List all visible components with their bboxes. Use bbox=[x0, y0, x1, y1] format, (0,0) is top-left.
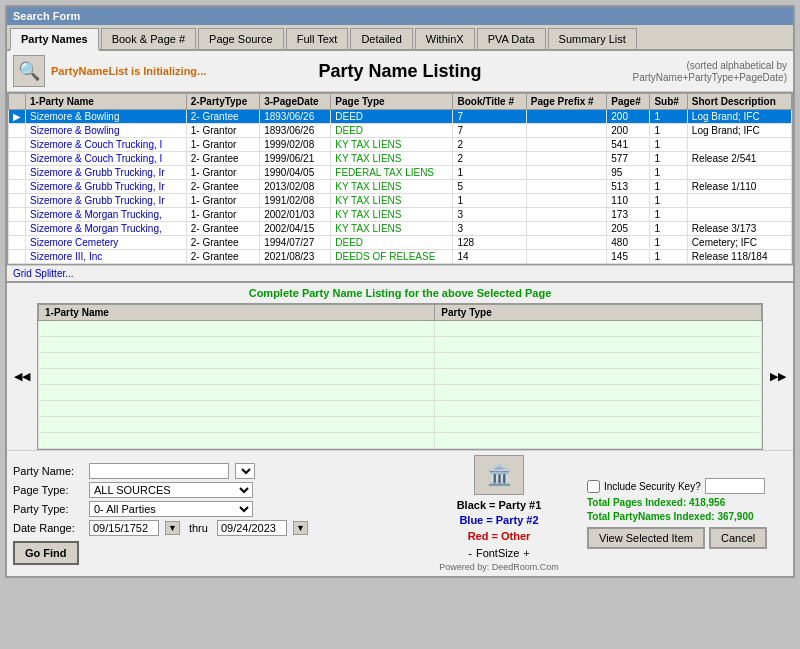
page-date-cell: 1893/06/26 bbox=[260, 110, 331, 124]
page-date-cell: 2013/02/08 bbox=[260, 180, 331, 194]
col-indicator bbox=[9, 94, 26, 110]
tab-bar: Party Names Book & Page # Page Source Fu… bbox=[7, 25, 793, 51]
desc-cell bbox=[687, 208, 791, 222]
bottom-type-cell bbox=[435, 353, 762, 369]
table-row[interactable]: Sizemore & Grubb Trucking, Ir 1- Grantor… bbox=[9, 166, 792, 180]
toolbar-icon: 🔍 bbox=[13, 55, 45, 87]
party-name-dropdown[interactable]: ▼ bbox=[235, 463, 255, 479]
security-key-input[interactable] bbox=[705, 478, 765, 494]
footer-left: Party Name: ▼ Page Type: ALL SOURCES Par… bbox=[13, 463, 411, 565]
bottom-name-cell bbox=[39, 353, 435, 369]
page-cell: 200 bbox=[607, 124, 650, 138]
bottom-table: 1-Party Name Party Type bbox=[38, 304, 762, 449]
party-type-select[interactable]: 0- All Parties bbox=[89, 501, 253, 517]
view-selected-button[interactable]: View Selected Item bbox=[587, 527, 705, 549]
legend-blue: Blue = Party #2 bbox=[457, 513, 542, 528]
page-type-cell: KY TAX LIENS bbox=[331, 208, 453, 222]
bottom-table-row bbox=[39, 337, 762, 353]
party-name-cell: Sizemore & Bowling bbox=[26, 124, 187, 138]
book-cell: 3 bbox=[453, 208, 526, 222]
col-party-type: 2-PartyType bbox=[186, 94, 259, 110]
prefix-cell bbox=[526, 180, 606, 194]
sub-cell: 1 bbox=[650, 110, 687, 124]
table-row[interactable]: Sizemore & Grubb Trucking, Ir 2- Grantee… bbox=[9, 180, 792, 194]
table-row[interactable]: Sizemore III, Inc 2- Grantee 2021/08/23 … bbox=[9, 250, 792, 264]
bottom-table-row bbox=[39, 401, 762, 417]
date-thru-input[interactable] bbox=[217, 520, 287, 536]
book-cell: 1 bbox=[453, 194, 526, 208]
prefix-cell bbox=[526, 152, 606, 166]
party-type-label: Party Type: bbox=[13, 503, 83, 515]
table-row[interactable]: ▶ Sizemore & Bowling 2- Grantee 1893/06/… bbox=[9, 110, 792, 124]
font-size-plus[interactable]: + bbox=[523, 547, 529, 559]
party-name-cell: Sizemore & Couch Trucking, I bbox=[26, 152, 187, 166]
bottom-name-cell bbox=[39, 401, 435, 417]
bottom-table-row bbox=[39, 369, 762, 385]
page-cell: 480 bbox=[607, 236, 650, 250]
table-row[interactable]: Sizemore & Morgan Trucking, 1- Grantor 2… bbox=[9, 208, 792, 222]
party-name-cell: Sizemore & Grubb Trucking, Ir bbox=[26, 194, 187, 208]
tab-withinx[interactable]: WithinX bbox=[415, 28, 475, 49]
footer-buttons: View Selected Item Cancel bbox=[587, 527, 787, 549]
date-thru-arrow[interactable]: ▼ bbox=[293, 521, 308, 535]
party-name-input[interactable] bbox=[89, 463, 229, 479]
desc-cell bbox=[687, 166, 791, 180]
grid-splitter[interactable]: Grid Splitter... bbox=[7, 265, 793, 281]
bottom-name-cell bbox=[39, 369, 435, 385]
bottom-name-cell bbox=[39, 385, 435, 401]
page-type-cell: KY TAX LIENS bbox=[331, 194, 453, 208]
font-size-minus[interactable]: - bbox=[468, 547, 472, 559]
book-cell: 7 bbox=[453, 110, 526, 124]
party-type-cell: 2- Grantee bbox=[186, 236, 259, 250]
page-date-cell: 1994/07/27 bbox=[260, 236, 331, 250]
tab-pva-data[interactable]: PVA Data bbox=[477, 28, 546, 49]
row-indicator bbox=[9, 166, 26, 180]
tab-book-page[interactable]: Book & Page # bbox=[101, 28, 196, 49]
book-cell: 3 bbox=[453, 222, 526, 236]
go-find-button[interactable]: Go Find bbox=[13, 541, 79, 565]
prefix-cell bbox=[526, 124, 606, 138]
table-row[interactable]: Sizemore & Couch Trucking, I 1- Grantor … bbox=[9, 138, 792, 152]
party-type-cell: 2- Grantee bbox=[186, 152, 259, 166]
table-row[interactable]: Sizemore & Couch Trucking, I 2- Grantee … bbox=[9, 152, 792, 166]
tab-detailed[interactable]: Detailed bbox=[350, 28, 412, 49]
page-cell: 541 bbox=[607, 138, 650, 152]
tab-summary-list[interactable]: Summary List bbox=[548, 28, 637, 49]
table-row[interactable]: Sizemore & Grubb Trucking, Ir 1- Grantor… bbox=[9, 194, 792, 208]
page-type-cell: KY TAX LIENS bbox=[331, 138, 453, 152]
prefix-cell bbox=[526, 138, 606, 152]
bottom-type-cell bbox=[435, 401, 762, 417]
prefix-cell bbox=[526, 222, 606, 236]
book-cell: 5 bbox=[453, 180, 526, 194]
date-from-arrow[interactable]: ▼ bbox=[165, 521, 180, 535]
security-checkbox[interactable] bbox=[587, 480, 600, 493]
bottom-right-nav[interactable]: ▶▶ bbox=[763, 303, 793, 450]
table-row[interactable]: Sizemore & Morgan Trucking, 2- Grantee 2… bbox=[9, 222, 792, 236]
bottom-panel-title: Complete Party Name Listing for the abov… bbox=[7, 283, 793, 303]
party-type-cell: 2- Grantee bbox=[186, 110, 259, 124]
page-type-select[interactable]: ALL SOURCES bbox=[89, 482, 253, 498]
main-window: Search Form Party Names Book & Page # Pa… bbox=[5, 5, 795, 578]
row-indicator bbox=[9, 236, 26, 250]
tab-party-names[interactable]: Party Names bbox=[10, 28, 99, 51]
bottom-table-row bbox=[39, 353, 762, 369]
legend-black: Black = Party #1 bbox=[457, 498, 542, 513]
legend-red: Red = Other bbox=[457, 529, 542, 544]
page-date-cell: 2002/01/03 bbox=[260, 208, 331, 222]
tab-full-text[interactable]: Full Text bbox=[286, 28, 349, 49]
table-row[interactable]: Sizemore Cemetery 2- Grantee 1994/07/27 … bbox=[9, 236, 792, 250]
date-from-input[interactable] bbox=[89, 520, 159, 536]
table-row[interactable]: Sizemore & Bowling 1- Grantor 1893/06/26… bbox=[9, 124, 792, 138]
date-thru-label: thru bbox=[189, 522, 208, 534]
desc-cell bbox=[687, 138, 791, 152]
sub-cell: 1 bbox=[650, 208, 687, 222]
prefix-cell bbox=[526, 110, 606, 124]
cancel-button[interactable]: Cancel bbox=[709, 527, 767, 549]
party-name-label: Party Name: bbox=[13, 465, 83, 477]
bottom-left-nav[interactable]: ◀◀ bbox=[7, 303, 37, 450]
page-date-cell: 1999/06/21 bbox=[260, 152, 331, 166]
page-date-cell: 1990/04/05 bbox=[260, 166, 331, 180]
tab-page-source[interactable]: Page Source bbox=[198, 28, 284, 49]
party-type-cell: 2- Grantee bbox=[186, 250, 259, 264]
book-cell: 7 bbox=[453, 124, 526, 138]
